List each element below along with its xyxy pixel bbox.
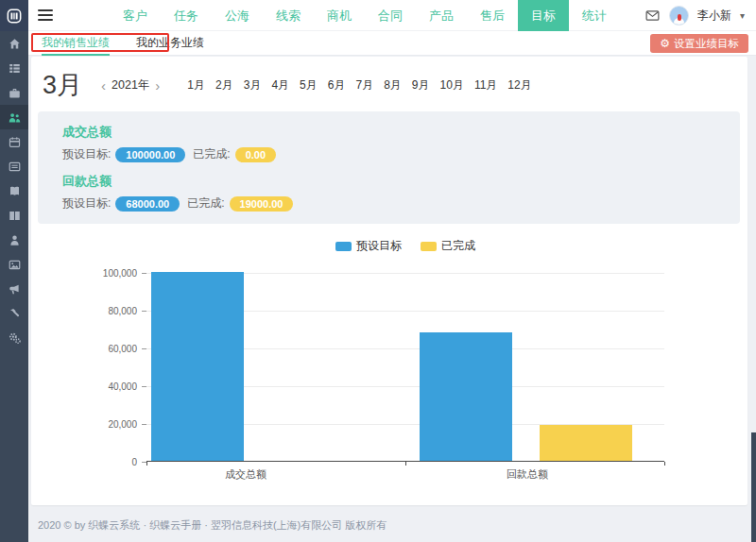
goal-summary-panel: 成交总额预设目标:100000.00已完成:0.00回款总额预设目标:68000…	[38, 111, 740, 224]
legend-label: 预设目标	[356, 238, 402, 254]
user-name[interactable]: 李小新	[697, 8, 731, 24]
y-axis-tick-mark	[142, 424, 146, 425]
y-axis-tick-label: 60,000	[31, 344, 137, 354]
month-link-7月[interactable]: 7月	[355, 77, 373, 93]
y-axis-tick-label: 80,000	[31, 306, 137, 316]
nav-item-客户[interactable]: 客户	[110, 0, 161, 31]
legend-item-预设目标[interactable]: 预设目标	[335, 238, 402, 254]
y-axis-tick-label: 40,000	[31, 381, 137, 392]
nav-item-目标[interactable]: 目标	[518, 0, 569, 31]
target-value-badge: 68000.00	[115, 196, 180, 212]
sidebar-icon-list	[0, 31, 28, 350]
hammer-icon[interactable]	[0, 301, 28, 326]
year-navigator: ‹ 2021年 ›	[97, 77, 163, 93]
x-axis-tick	[146, 462, 147, 466]
user-avatar[interactable]	[669, 6, 689, 25]
set-goal-button-label: 设置业绩目标	[674, 37, 739, 51]
x-axis-category-label: 回款总额	[485, 467, 570, 482]
legend-label: 已完成	[441, 238, 475, 254]
summary-group: 成交总额预设目标:100000.00已完成:0.00	[62, 124, 740, 162]
y-axis-tick-label: 100,000	[31, 268, 137, 279]
summary-metric-label: 回款总额	[62, 173, 740, 190]
summary-group: 回款总额预设目标:68000.00已完成:19000.00	[62, 173, 740, 212]
y-axis-tick-mark	[142, 386, 146, 387]
app-logo-icon[interactable]	[0, 0, 28, 31]
summary-values: 预设目标:100000.00已完成:0.00	[62, 146, 740, 162]
month-link-2月[interactable]: 2月	[215, 77, 233, 93]
home-icon[interactable]	[0, 31, 28, 56]
period-selector: 3月 ‹ 2021年 › 1月2月3月4月5月6月7月8月9月10月11月12月	[31, 57, 747, 102]
month-link-11月[interactable]: 11月	[474, 77, 497, 93]
person-icon[interactable]	[0, 228, 28, 252]
y-axis-tick-label: 0	[31, 457, 137, 467]
tab-bar: 我的销售业绩 我的业务业绩 ⚙ 设置业绩目标	[28, 31, 756, 56]
nav-item-任务[interactable]: 任务	[161, 0, 212, 31]
calendar-icon[interactable]	[0, 129, 28, 154]
year-label: 2021年	[112, 77, 149, 93]
topbar-right: 李小新 ▾	[644, 6, 756, 25]
done-value-badge: 19000.00	[230, 196, 294, 212]
columns-icon[interactable]	[0, 203, 28, 228]
done-value-badge: 0.00	[235, 147, 276, 162]
x-axis-category-label: 成交总额	[203, 467, 288, 482]
content-card: 3月 ‹ 2021年 › 1月2月3月4月5月6月7月8月9月10月11月12月…	[31, 57, 747, 505]
nav-item-线索[interactable]: 线索	[263, 0, 314, 31]
tab-my-business-performance[interactable]: 我的业务业绩	[136, 31, 204, 56]
bar-预设目标-回款总额	[420, 332, 512, 461]
month-link-1月[interactable]: 1月	[187, 77, 205, 93]
legend-item-已完成[interactable]: 已完成	[421, 238, 475, 254]
tabs: 我的销售业绩 我的业务业绩	[42, 31, 204, 56]
done-label: 已完成:	[193, 146, 230, 162]
vertical-scrollbar-thumb[interactable]	[751, 432, 756, 542]
target-label: 预设目标:	[62, 195, 111, 212]
sidebar	[0, 0, 28, 542]
chart-legend: 预设目标已完成	[146, 238, 664, 254]
top-navbar: 客户任务公海线索商机合同产品售后目标统计 李小新 ▾	[28, 0, 756, 31]
news-icon[interactable]	[0, 154, 28, 178]
nav-item-产品[interactable]: 产品	[416, 0, 467, 31]
prev-year-icon[interactable]: ‹	[97, 77, 110, 93]
list-icon[interactable]	[0, 56, 28, 80]
bar-已完成-回款总额	[540, 425, 632, 461]
done-label: 已完成:	[187, 195, 224, 212]
month-link-6月[interactable]: 6月	[328, 77, 346, 93]
nav-item-售后[interactable]: 售后	[467, 0, 518, 31]
x-axis-tick	[664, 462, 665, 466]
nav-item-合同[interactable]: 合同	[365, 0, 416, 31]
nav-item-公海[interactable]: 公海	[212, 0, 263, 31]
month-link-12月[interactable]: 12月	[507, 77, 531, 93]
legend-swatch	[335, 242, 352, 251]
briefcase-icon[interactable]	[0, 80, 28, 105]
chevron-down-icon[interactable]: ▾	[740, 10, 745, 21]
month-link-8月[interactable]: 8月	[384, 77, 402, 93]
y-axis-tick-label: 20,000	[31, 419, 137, 430]
hamburger-menu-icon[interactable]	[38, 9, 53, 21]
next-year-icon[interactable]: ›	[151, 77, 163, 93]
nav-item-统计[interactable]: 统计	[569, 0, 620, 31]
month-list: 1月2月3月4月5月6月7月8月9月10月11月12月	[177, 77, 531, 93]
target-label: 预设目标:	[62, 146, 111, 162]
team-icon[interactable]	[0, 105, 28, 129]
summary-values: 预设目标:68000.00已完成:19000.00	[62, 195, 740, 212]
image-icon[interactable]	[0, 252, 28, 277]
tab-my-sales-performance[interactable]: 我的销售业绩	[42, 31, 110, 56]
logo-glyph	[6, 8, 23, 25]
book-icon[interactable]	[0, 178, 28, 203]
month-link-5月[interactable]: 5月	[300, 77, 318, 93]
target-value-badge: 100000.00	[115, 147, 185, 162]
footer-copyright: 2020 © by 织蝶云系统 · 织蝶云手册 · 翌羽信息科技(上海)有限公司…	[38, 518, 387, 533]
month-link-10月[interactable]: 10月	[440, 77, 464, 93]
month-link-3月[interactable]: 3月	[244, 77, 262, 93]
megaphone-icon[interactable]	[0, 277, 28, 301]
set-goal-button[interactable]: ⚙ 设置业绩目标	[650, 34, 748, 53]
current-month-label: 3月	[43, 68, 82, 102]
month-link-9月[interactable]: 9月	[412, 77, 430, 93]
cogs-icon[interactable]	[0, 326, 28, 350]
month-link-4月[interactable]: 4月	[271, 77, 289, 93]
bar-预设目标-成交总额	[151, 272, 244, 461]
y-axis-tick-mark	[142, 348, 146, 349]
mail-icon[interactable]	[644, 8, 661, 24]
y-axis-tick-mark	[142, 273, 146, 274]
x-axis-tick	[405, 462, 406, 466]
nav-item-商机[interactable]: 商机	[314, 0, 365, 31]
